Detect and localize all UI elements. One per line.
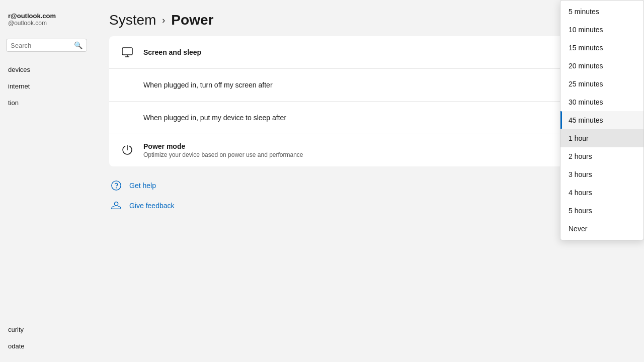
search-icon: 🔍 [74,41,83,49]
dropdown-item-1hour[interactable]: 1 hour [560,129,643,147]
svg-rect-0 [122,48,132,55]
dropdown-item-30min[interactable]: 30 minutes [560,93,643,111]
dropdown-item-3hours[interactable]: 3 hours [560,165,643,184]
breadcrumb-system[interactable]: System [109,12,156,28]
account-email-secondary: @outlook.com [8,20,85,27]
dropdown-item-15min[interactable]: 15 minutes [560,39,643,57]
screen-plugged-spacer [119,77,135,93]
sleep-plugged-row[interactable]: When plugged in, put my device to sleep … [109,102,628,134]
svg-point-6 [114,202,118,206]
power-mode-content: Power mode Optimize your device based on… [143,142,618,158]
svg-point-5 [116,188,117,188]
sidebar-item-tion[interactable]: tion [0,95,93,111]
dropdown-item-25min[interactable]: 25 minutes [560,75,643,93]
get-help-icon [109,178,123,193]
power-mode-title: Power mode [143,142,618,150]
monitor-icon [119,44,135,60]
get-help-item: Get help [109,178,628,193]
breadcrumb-chevron: › [162,15,165,26]
sidebar: r@outlook.com @outlook.com 🔍 devices int… [0,0,93,362]
svg-point-4 [112,181,121,190]
sidebar-item-security[interactable]: curity [0,322,93,337]
screen-plugged-label: When plugged in, turn off my screen afte… [143,81,273,89]
get-help-link[interactable]: Get help [129,182,156,190]
dropdown-item-5hours[interactable]: 5 hours [560,202,643,220]
dropdown-item-4hours[interactable]: 4 hours [560,184,643,202]
help-section: Get help Give feedback [109,178,628,213]
screen-sleep-title: Screen and sleep [143,48,618,56]
give-feedback-icon [109,199,123,213]
sleep-plugged-label: When plugged in, put my device to sleep … [143,114,286,122]
screen-sleep-content: Screen and sleep [143,48,618,56]
sidebar-item-internet[interactable]: internet [0,78,93,94]
screen-sleep-row: Screen and sleep [109,36,628,69]
power-icon [119,142,135,158]
give-feedback-item: Give feedback [109,199,628,213]
screen-plugged-row[interactable]: When plugged in, turn off my screen afte… [109,69,628,102]
power-mode-subtitle: Optimize your device based on power use … [143,151,618,158]
dropdown-item-5min[interactable]: 5 minutes [560,3,643,21]
dropdown-item-10min[interactable]: 10 minutes [560,21,643,39]
give-feedback-link[interactable]: Give feedback [129,202,175,210]
sidebar-bottom: curity odate [0,322,93,354]
search-input[interactable] [11,42,74,49]
account-section: r@outlook.com @outlook.com [0,8,93,35]
settings-panel: Screen and sleep When plugged in, turn o… [109,36,628,166]
page-title: Power [171,12,213,28]
sidebar-item-update[interactable]: odate [0,338,93,354]
dropdown-item-20min[interactable]: 20 minutes [560,57,643,75]
power-mode-row[interactable]: Power mode Optimize your device based on… [109,134,628,166]
sidebar-nav: devices internet tion [0,62,93,111]
search-box[interactable]: 🔍 [6,39,87,52]
account-email-primary: r@outlook.com [8,12,85,20]
dropdown-item-2hours[interactable]: 2 hours [560,147,643,165]
dropdown-item-never[interactable]: Never [560,220,643,238]
dropdown-item-45min[interactable]: 45 minutes [560,111,643,129]
sleep-plugged-spacer [119,110,135,126]
time-dropdown: 5 minutes10 minutes15 minutes20 minutes2… [560,0,644,240]
sidebar-item-devices[interactable]: devices [0,62,93,77]
